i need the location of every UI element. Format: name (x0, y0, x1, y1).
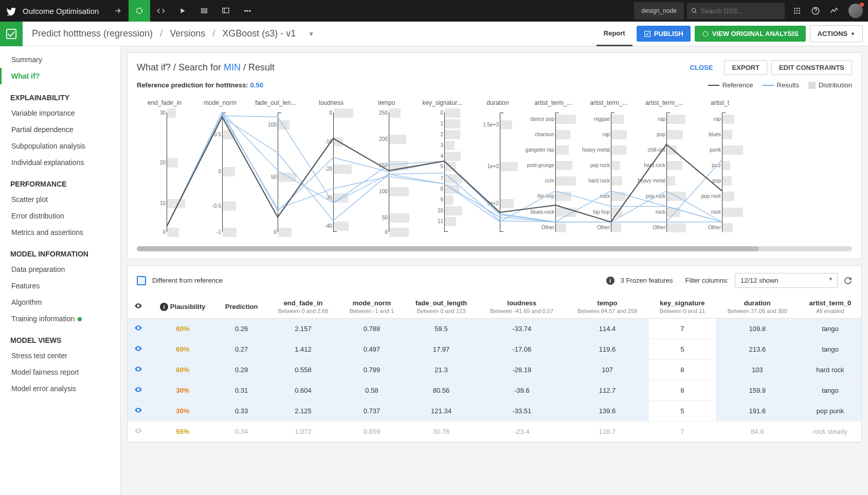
axis-artist_t[interactable]: artist_trapbluespunkjazzpoppop rockrockO… (692, 99, 748, 233)
table-row[interactable]: 60%0.290.5580.79921.3-28.191078103hard r… (128, 360, 861, 380)
diff-from-ref-label: Different from reference (152, 277, 223, 284)
sidebar-item-error-analysis[interactable]: Model error analysis (0, 380, 120, 397)
flow-icon[interactable] (107, 0, 129, 22)
plausibility-value: 30% (176, 407, 189, 415)
cell: 80.56 (404, 380, 478, 401)
col-mode_norm[interactable]: mode_normBetween -1 and 1 (339, 295, 405, 319)
axis-duration[interactable]: duration1.5e+31e+35e+2 (470, 99, 526, 233)
refresh-icon[interactable] (844, 277, 852, 285)
sidebar-item-fairness[interactable]: Model fairness report (0, 364, 120, 380)
cell: 119.6 (566, 339, 649, 360)
search-box[interactable] (687, 3, 785, 19)
eye-toggle-icon[interactable] (134, 346, 142, 354)
cell: 8 (649, 360, 715, 380)
sidebar-item-data-prep[interactable]: Data preparation (0, 261, 120, 278)
svg-point-10 (799, 10, 800, 12)
cell: 0.737 (339, 401, 405, 421)
axis-artist_term_...[interactable]: artist_term_...rappopchill-outhard rockh… (637, 99, 692, 233)
cell: 116.7 (566, 421, 649, 442)
app-logo-icon[interactable] (5, 5, 17, 17)
sidebar-item-var-importance[interactable]: Variable importance (0, 105, 120, 121)
chart-h-scrollbar[interactable] (137, 246, 852, 251)
table-panel: Different from reference i 3 Frozen feat… (127, 265, 862, 443)
sidebar-item-err-dist[interactable]: Error distribution (0, 208, 120, 224)
help-icon[interactable] (806, 0, 825, 22)
legend-ref-line-icon (708, 85, 719, 86)
table-row[interactable]: 55%0.341.0720.65930.76-23.4116.7784.6roc… (128, 421, 861, 442)
eye-toggle-icon[interactable] (134, 326, 142, 334)
publish-button[interactable]: PUBLISH (637, 26, 691, 42)
parallel-coords-chart[interactable]: end_fade_in3020100mode_norm0.50-0.5-1fad… (128, 94, 861, 243)
breadcrumb-versions[interactable]: Versions (170, 28, 205, 39)
table-row[interactable]: 30%0.310.6040.5880.56-39.6112.78159.9tan… (128, 380, 861, 401)
axis-artist_term_...[interactable]: artist_term_...reggaerapheavy metalpop r… (581, 99, 637, 233)
axis-mode_norm[interactable]: mode_norm0.50-0.5-1 (192, 99, 248, 233)
sidebar-item-indiv-exp[interactable]: Individual explanations (0, 154, 120, 171)
sidebar-item-whatif[interactable]: What if? (0, 68, 120, 84)
sidebar-item-scatter[interactable]: Scatter plot (0, 191, 120, 208)
status-dot-icon (78, 317, 82, 321)
code-icon[interactable] (150, 0, 172, 22)
chevron-down-icon[interactable]: ▼ (308, 30, 314, 38)
axis-key_signatur...[interactable]: key_signatur...0123457891011 (414, 99, 470, 233)
col-end_fade_in[interactable]: end_fade_inBetween 0 and 2.69 (267, 295, 339, 319)
apps-icon[interactable] (788, 0, 806, 22)
close-button[interactable]: CLOSE (683, 61, 720, 75)
table-row[interactable]: 30%0.332.1250.737121.34-33.51139.65191.6… (128, 401, 861, 421)
cell: 103 (716, 360, 799, 380)
project-logo-icon[interactable] (0, 22, 23, 46)
sidebar-item-partial-dep[interactable]: Partial dependence (0, 121, 120, 138)
axis-end_fade_in[interactable]: end_fade_in3020100 (137, 99, 192, 233)
tab-report[interactable]: Report (596, 22, 632, 46)
sidebar-item-subpop[interactable]: Subpopulation analysis (0, 138, 120, 154)
col-tempo[interactable]: tempoBetween 84.57 and 259 (566, 295, 649, 319)
col-loudness[interactable]: loudnessBetween -41.69 and 0.57 (478, 295, 566, 319)
table-row[interactable]: 60%0.271.4120.49717.97-17.06119.65213.6t… (128, 339, 861, 360)
eye-toggle-icon[interactable] (134, 367, 142, 375)
axis-artist_term_...[interactable]: artist_term_...dance popchansongangster … (526, 99, 581, 233)
col-artist_term_0[interactable]: artist_term_0All enabled (799, 295, 861, 319)
eye-toggle-icon[interactable] (134, 429, 142, 436)
sidebar-head-explainability: EXPLAINABILITY (0, 84, 120, 105)
cell: 159.9 (716, 380, 799, 401)
activity-icon[interactable] (825, 0, 843, 22)
export-button[interactable]: EXPORT (724, 60, 767, 75)
dashboard-icon[interactable] (215, 0, 237, 22)
table-row[interactable]: 60%0.262.1570.78859.5-33.74114.47109.8ta… (128, 319, 861, 339)
stack-icon[interactable] (193, 0, 215, 22)
sidebar-item-features[interactable]: Features (0, 278, 120, 294)
sidebar-head-model-views: MODEL VIEWS (0, 327, 120, 347)
cell: -39.6 (478, 380, 566, 401)
sidebar-item-summary[interactable]: Summary (0, 51, 120, 68)
sidebar-item-training-info[interactable]: Training information (0, 310, 120, 327)
play-icon[interactable] (172, 0, 193, 22)
col-key_signature[interactable]: key_signatureBetween 0 and 11 (649, 295, 715, 319)
user-avatar[interactable] (848, 4, 863, 18)
col-duration[interactable]: durationBetween 27.06 and 300 (716, 295, 799, 319)
cell: 0.497 (339, 339, 405, 360)
axis-loudness[interactable]: loudness0-10-20-30-40 (303, 99, 359, 233)
svg-point-4 (692, 8, 696, 12)
col-fade_out_length[interactable]: fade_out_lengthBetween 0 and 123 (404, 295, 478, 319)
breadcrumb-model[interactable]: XGBoost (s3) - v1 (222, 28, 296, 39)
axis-tempo[interactable]: tempo250200150100500 (359, 99, 414, 233)
eye-toggle-icon[interactable] (134, 388, 142, 395)
prediction-value: 0.26 (216, 319, 267, 339)
diff-from-ref-checkbox[interactable] (137, 276, 146, 285)
circle-icon[interactable] (129, 0, 150, 22)
breadcrumb-project[interactable]: Predict hotttness (regression) (32, 28, 153, 39)
eye-toggle-icon[interactable] (134, 408, 142, 416)
sidebar-item-metrics[interactable]: Metrics and assertions (0, 224, 120, 241)
info-icon[interactable]: i (606, 277, 614, 285)
view-original-button[interactable]: VIEW ORIGINAL ANALYSIS (695, 26, 806, 42)
sidebar-item-stress-test[interactable]: Stress test center (0, 347, 120, 364)
cell: 213.6 (716, 339, 799, 360)
filter-columns-select[interactable]: 12/12 shown (735, 273, 838, 288)
sidebar-item-algorithm[interactable]: Algorithm (0, 294, 120, 310)
cell: tango (799, 380, 861, 401)
axis-fade_out_len...[interactable]: fade_out_len...100500 (248, 99, 303, 233)
edit-constraints-button[interactable]: EDIT CONSTRAINTS (771, 60, 852, 75)
more-icon[interactable]: ••• (237, 0, 258, 22)
search-input[interactable] (701, 7, 781, 15)
actions-button[interactable]: ACTIONS ▼ (810, 25, 863, 42)
